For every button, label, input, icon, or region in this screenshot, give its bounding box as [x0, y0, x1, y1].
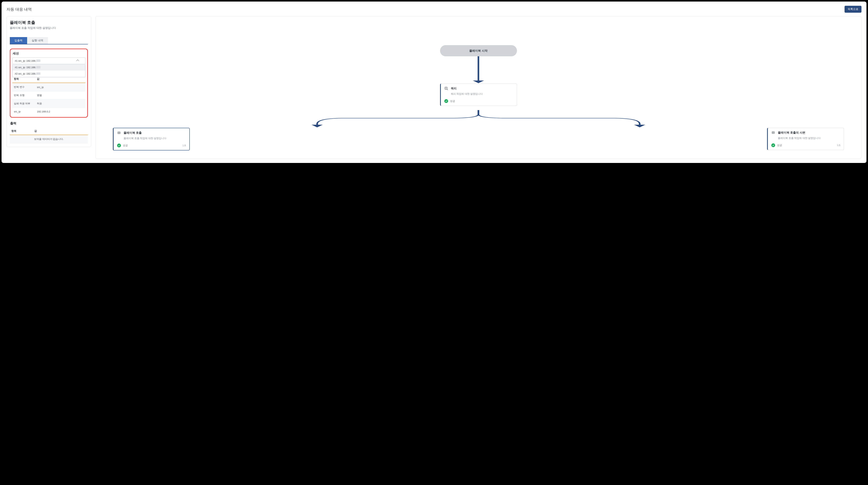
input-table: 항목 값 반복 변수 src_ip 반복 유형 병렬 [12, 75, 85, 116]
card-description: 쿼리 작업에 대한 설명입니다 [451, 92, 514, 96]
tab-history[interactable]: 실행 내역 [27, 37, 48, 44]
playbook-icon [771, 131, 775, 134]
detail-panel: 플레이북 호출 플레이북 호출 작업에 대한 설명입니다 입출력 실행 내역 세… [6, 16, 91, 147]
svg-point-7 [773, 132, 774, 133]
status-text: 성공 [123, 144, 128, 147]
card-title: 쿼리 [451, 87, 457, 90]
output-col-key: 항목 [10, 127, 33, 135]
table-row: src_ip 192.168.0.2 [12, 108, 85, 116]
card-description: 플레이북 호출 작업에 대한 설명입니다 [778, 136, 841, 140]
panel-description: 플레이북 호출 작업에 대한 설명입니다 [10, 26, 88, 30]
back-to-list-button[interactable]: 목록으로 [844, 6, 862, 13]
status-time: 1초 [837, 143, 841, 147]
panel-title: 플레이북 호출 [10, 20, 88, 25]
output-table: 항목 값 보여줄 데이터가 없습니다. [10, 127, 88, 143]
table-row: 반복 유형 병렬 [12, 91, 85, 100]
session-option-1[interactable]: #1 src_ip: 192.168. [12, 64, 85, 70]
tab-io[interactable]: 입출력 [10, 37, 27, 44]
flow-panel: 플레이북 시작 쿼리 쿼리 작업에 대한 설명입니다 [95, 16, 862, 159]
flow-node-query[interactable]: 쿼리 쿼리 작업에 대한 설명입니다 성공 [440, 84, 517, 106]
svg-point-6 [773, 132, 773, 133]
session-select[interactable]: #1 src_ip: 192.168. [12, 58, 85, 64]
flow-node-playbook-call[interactable]: 플레이북 호출 플레이북 호출 작업에 대한 설명입니다 성공 1초 [113, 128, 190, 151]
session-highlight-box: 세션 #1 src_ip: 192.168. #1 src_ip: 192.16… [10, 48, 88, 118]
redacted-ip [36, 66, 40, 68]
card-status: 성공 1초 [117, 143, 186, 148]
status-text: 성공 [450, 99, 455, 103]
tabs: 입출력 실행 내역 [10, 37, 88, 44]
flow-start-node[interactable]: 플레이북 시작 [440, 45, 517, 56]
status-time: 1초 [182, 144, 186, 147]
session-dropdown: #1 src_ip: 192.168. #1 src_ip: 192.168. … [12, 58, 85, 64]
page-title: 자동 대응 내역 [6, 7, 32, 12]
card-status: 성공 [444, 99, 514, 103]
card-header: 플레이북 호출 [117, 131, 186, 135]
redacted-ip [36, 60, 40, 62]
card-title: 플레이북 호출의 사본 [778, 131, 805, 134]
svg-rect-1 [445, 87, 447, 89]
flow-node-playbook-copy[interactable]: 플레이북 호출의 사본 플레이북 호출 작업에 대한 설명입니다 성공 1초 [767, 128, 844, 150]
session-selected-value: #1 src_ip: 192.168. [15, 59, 40, 62]
session-label: 세션 [12, 52, 85, 56]
session-option-2[interactable]: #2 src_ip: 192.168. [12, 70, 85, 77]
card-title: 플레이북 호출 [124, 131, 142, 135]
output-col-val: 값 [33, 127, 88, 135]
svg-point-4 [119, 133, 120, 133]
card-description: 플레이북 호출 작업에 대한 설명입니다 [124, 137, 186, 140]
playbook-icon [117, 131, 121, 135]
session-option-list: #1 src_ip: 192.168. #2 src_ip: 192.168. [12, 64, 85, 77]
status-text: 성공 [777, 143, 782, 147]
check-icon [117, 143, 121, 148]
chevron-up-icon [76, 59, 79, 62]
card-header: 플레이북 호출의 사본 [771, 131, 841, 134]
table-row: 반복 변수 src_ip [12, 83, 85, 91]
query-icon [444, 87, 448, 90]
check-icon [444, 99, 448, 103]
svg-point-3 [119, 133, 119, 133]
output-empty-row: 보여줄 데이터가 없습니다. [10, 135, 88, 143]
output-label: 출력 [10, 122, 88, 126]
table-row: 실패 허용 여부 허용 [12, 100, 85, 108]
page-header: 자동 대응 내역 목록으로 [6, 6, 862, 13]
redacted-ip [36, 72, 40, 75]
flow-canvas: 플레이북 시작 쿼리 쿼리 작업에 대한 설명입니다 [99, 20, 858, 155]
check-icon [771, 143, 775, 147]
card-header: 쿼리 [444, 87, 514, 90]
page-frame: 자동 대응 내역 목록으로 플레이북 호출 플레이북 호출 작업에 대한 설명입… [2, 2, 866, 163]
content-area: 플레이북 호출 플레이북 호출 작업에 대한 설명입니다 입출력 실행 내역 세… [6, 16, 862, 159]
card-status: 성공 1초 [771, 143, 841, 147]
